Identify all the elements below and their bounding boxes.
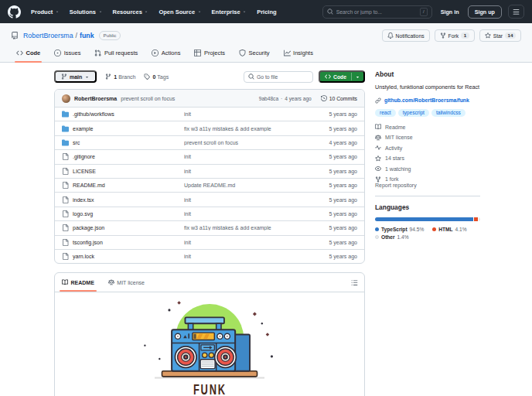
about-detail-mit-license[interactable]: MIT license <box>375 135 480 141</box>
file-row[interactable]: LICENSE init 5 years ago <box>55 164 364 178</box>
file-row[interactable]: package.json fix w3 a11y mistakes & add … <box>55 220 364 234</box>
commit-author-link[interactable]: RobertBroersma <box>74 96 117 101</box>
commit-history-link[interactable]: 10 Commits <box>321 95 357 101</box>
tab-code[interactable]: Code <box>11 44 46 62</box>
file-name-link[interactable]: README.md <box>73 183 105 188</box>
file-age: 5 years ago <box>306 169 357 174</box>
about-detail-1-fork[interactable]: 1 fork <box>375 176 480 183</box>
file-commit-message[interactable]: init <box>184 111 306 117</box>
tags-link[interactable]: 0 Tags <box>144 73 169 80</box>
repo-name-link[interactable]: funk <box>80 32 94 39</box>
github-logo[interactable] <box>8 5 21 19</box>
tab-mit-license[interactable]: MIT license <box>101 273 152 292</box>
tab-pull-requests[interactable]: Pull requests <box>89 44 143 62</box>
topic-typescript[interactable]: typescript <box>398 109 429 118</box>
file-name-link[interactable]: src <box>73 140 80 145</box>
file-commit-message[interactable]: init <box>184 197 306 203</box>
tab-issues[interactable]: Issues <box>49 44 86 62</box>
sign-up-button[interactable]: Sign up <box>468 5 502 19</box>
nav-enterprise[interactable]: Enterprise <box>212 9 247 15</box>
file-name-link[interactable]: .gitignore <box>73 154 95 159</box>
file-row[interactable]: yarn.lock init 5 years ago <box>55 249 364 263</box>
file-name-link[interactable]: LICENSE <box>73 169 96 174</box>
topic-react[interactable]: react <box>375 109 396 118</box>
nav-product[interactable]: Product <box>31 9 60 15</box>
file-name-link[interactable]: .github/workflows <box>73 111 114 117</box>
commit-message-link[interactable]: prevent scroll on focus <box>121 96 175 101</box>
language-segment-html <box>474 217 478 221</box>
branches-link[interactable]: 1 Branch <box>105 73 135 80</box>
branch-selector[interactable]: main <box>54 70 97 83</box>
repo-owner-link[interactable]: RobertBroersma <box>23 32 73 39</box>
topics: reacttypescripttailwindcss <box>375 109 480 118</box>
fork-icon <box>440 32 446 39</box>
file-commit-message[interactable]: fix w3 a11y mistakes & add example <box>184 225 306 230</box>
file-name-link[interactable]: index.tsx <box>73 197 94 203</box>
file-toolbar: main 1 Branch 0 Tags Code <box>54 70 365 84</box>
report-repository-link[interactable]: Report repository <box>375 183 417 188</box>
code-dropdown-button[interactable]: Code <box>319 70 365 83</box>
tab-security[interactable]: Security <box>234 44 275 62</box>
file-commit-message[interactable]: Update README.md <box>184 183 306 188</box>
avatar[interactable] <box>62 94 70 103</box>
shield-icon <box>239 50 246 56</box>
language-other[interactable]: Other 1.4% <box>375 234 409 240</box>
file-row[interactable]: logo.svg init 5 years ago <box>55 207 364 220</box>
file-name-link[interactable]: example <box>73 126 93 131</box>
file-age: 5 years ago <box>306 197 357 203</box>
tab-projects[interactable]: Projects <box>189 44 230 62</box>
file-name-link[interactable]: tsconfig.json <box>73 240 103 245</box>
tab-actions[interactable]: Actions <box>146 44 186 62</box>
nav-open-source[interactable]: Open Source <box>159 9 201 15</box>
global-search[interactable]: / <box>322 5 432 19</box>
latest-commit-bar[interactable]: RobertBroersma prevent scroll on focus 9… <box>55 90 364 107</box>
about-detail-readme[interactable]: Readme <box>375 124 480 130</box>
tab-readme[interactable]: README <box>55 273 101 292</box>
notifications-button[interactable]: Notifications <box>382 29 430 42</box>
star-button[interactable]: Star 14 <box>479 29 521 42</box>
search-input[interactable] <box>336 9 417 15</box>
about-detail-14-stars[interactable]: 14 stars <box>375 155 480 162</box>
topic-tailwindcss[interactable]: tailwindcss <box>431 109 466 118</box>
file-row[interactable]: tsconfig.json init 5 years ago <box>55 235 364 249</box>
file-row[interactable]: example fix w3 a11y mistakes & add examp… <box>55 121 364 135</box>
nav-solutions[interactable]: Solutions <box>70 9 103 15</box>
commit-sha-link[interactable]: 9ab48ca <box>259 96 278 101</box>
file-commit-message[interactable]: init <box>184 254 306 259</box>
about-detail-1-watching[interactable]: 1 watching <box>375 166 480 172</box>
tab-insights[interactable]: Insights <box>278 44 319 62</box>
file-commit-message[interactable]: init <box>184 154 306 159</box>
file-name-link[interactable]: package.json <box>73 225 104 230</box>
nav-pricing[interactable]: Pricing <box>257 9 276 15</box>
file-commit-message[interactable]: init <box>184 169 306 174</box>
file-row[interactable]: src prevent scroll on focus 4 years ago <box>55 135 364 149</box>
about-detail-activity[interactable]: Activity <box>375 145 480 151</box>
file-commit-message[interactable]: init <box>184 240 306 245</box>
file-row[interactable]: README.md Update README.md 5 years ago <box>55 178 364 192</box>
language-dot <box>432 227 436 231</box>
file-name-link[interactable]: logo.svg <box>73 211 93 217</box>
outline-button[interactable] <box>351 273 358 292</box>
nav-resources[interactable]: Resources <box>113 9 149 15</box>
go-to-file-input[interactable] <box>257 74 309 80</box>
language-bar[interactable] <box>375 217 480 221</box>
file-commit-message[interactable]: init <box>184 211 306 217</box>
fork-button[interactable]: Fork 1 <box>435 29 475 42</box>
file-name-link[interactable]: yarn.lock <box>73 254 94 259</box>
sign-in-link[interactable]: Sign in <box>441 9 459 15</box>
homepage-link[interactable]: github.com/RobertBroersma/funk <box>375 97 480 104</box>
link-icon <box>375 97 381 104</box>
language-typescript[interactable]: TypeScript 94.5% <box>375 227 424 232</box>
file-row[interactable]: index.tsx init 5 years ago <box>55 192 364 206</box>
file-commit-message[interactable]: prevent scroll on focus <box>184 140 306 145</box>
go-to-file-field[interactable] <box>244 71 313 83</box>
file-row[interactable]: .gitignore init 5 years ago <box>55 149 364 163</box>
law-icon <box>108 279 114 285</box>
language-html[interactable]: HTML 4.1% <box>432 227 466 232</box>
file-row[interactable]: .github/workflows init 5 years ago <box>55 107 364 121</box>
language-segment-other <box>479 217 480 221</box>
menu-button[interactable] <box>508 5 524 19</box>
book-icon <box>62 279 68 285</box>
commit-meta: 9ab48ca · 4 years ago <box>259 96 312 101</box>
file-commit-message[interactable]: fix w3 a11y mistakes & add example <box>184 126 306 131</box>
